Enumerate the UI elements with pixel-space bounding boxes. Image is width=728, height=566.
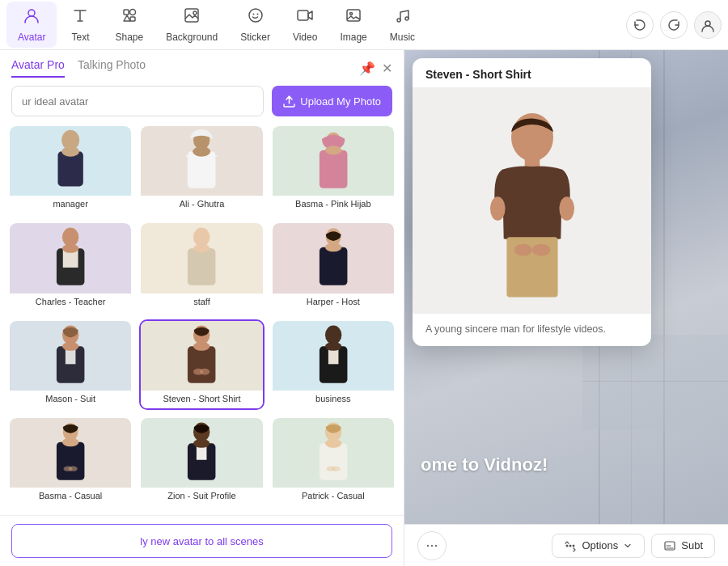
svg-rect-10 xyxy=(347,10,360,21)
avatar-detail-popup: Steven - Short Shirt xyxy=(413,58,651,346)
toolbar-item-music[interactable]: Music xyxy=(379,2,426,48)
toolbar-label-shape: Shape xyxy=(115,32,143,43)
pin-button[interactable]: 📌 xyxy=(359,61,375,76)
svg-point-42 xyxy=(193,341,210,350)
svg-point-0 xyxy=(28,10,35,16)
toolbar: Avatar Text Shape Backgrou xyxy=(0,0,728,50)
avatar-label-business: business xyxy=(273,391,394,408)
toolbar-item-shape[interactable]: Shape xyxy=(104,2,154,48)
avatar-label-staff: staff xyxy=(141,294,262,311)
close-button[interactable]: ✕ xyxy=(382,61,392,76)
upload-label: Upload My Photo xyxy=(300,95,381,108)
svg-rect-4 xyxy=(185,9,198,22)
avatar-item-basma-casual[interactable]: Basma - Casual xyxy=(8,416,133,507)
toolbar-label-avatar: Avatar xyxy=(18,32,45,43)
svg-point-60 xyxy=(325,439,341,448)
svg-point-68 xyxy=(514,244,531,256)
svg-point-2 xyxy=(129,10,135,15)
svg-point-26 xyxy=(62,228,78,247)
svg-rect-41 xyxy=(188,346,216,382)
svg-rect-34 xyxy=(320,247,348,285)
svg-point-62 xyxy=(331,466,340,471)
canvas-area: ome to Vidnoz! Steven - Short Shirt xyxy=(404,50,728,566)
svg-point-48 xyxy=(325,341,341,350)
toolbar-label-sticker: Sticker xyxy=(240,32,270,43)
svg-point-57 xyxy=(193,439,210,448)
more-options-button[interactable]: ··· xyxy=(417,531,447,560)
svg-point-30 xyxy=(193,228,210,247)
avatar-item-mason[interactable]: Mason - Suit xyxy=(8,319,133,410)
popup-title: Steven - Short Shirt xyxy=(413,58,651,87)
panel-header-actions: 📌 ✕ xyxy=(359,61,392,76)
svg-point-13 xyxy=(405,17,408,20)
svg-point-35 xyxy=(325,243,341,252)
svg-point-6 xyxy=(249,9,262,22)
avatar-item-patrick[interactable]: Patrick - Casual xyxy=(271,416,396,507)
svg-point-32 xyxy=(193,244,210,253)
avatar-item-harper[interactable]: Harper - Host xyxy=(271,222,396,312)
toolbar-item-image[interactable]: Image xyxy=(328,2,378,48)
left-panel: Avatar Pro Talking Photo 📌 ✕ Upload My P… xyxy=(0,50,404,566)
svg-point-69 xyxy=(532,244,550,256)
avatars-grid: manager Ali - Ghutra xyxy=(0,125,404,515)
avatar-label-basma-pink: Basma - Pink Hijab xyxy=(273,196,394,213)
toolbar-label-music: Music xyxy=(390,32,415,43)
search-input[interactable] xyxy=(11,86,264,116)
svg-rect-59 xyxy=(320,443,348,479)
svg-point-53 xyxy=(69,466,78,471)
avatar-item-steven[interactable]: Steven - Short Shirt xyxy=(139,319,264,410)
panel-footer: ly new avatar to all scenes xyxy=(0,515,404,566)
avatar-item-staff[interactable]: staff xyxy=(139,222,264,312)
avatar-item-basma-pink[interactable]: Basma - Pink Hijab xyxy=(271,125,396,215)
svg-point-14 xyxy=(705,21,710,26)
svg-point-45 xyxy=(325,325,341,344)
toolbar-label-image: Image xyxy=(340,32,366,43)
toolbar-item-text[interactable]: Text xyxy=(57,2,104,48)
svg-rect-1 xyxy=(124,10,129,15)
svg-rect-3 xyxy=(130,17,135,21)
avatar-item-ali-ghutra[interactable]: Ali - Ghutra xyxy=(139,125,264,215)
main-area: Avatar Pro Talking Photo 📌 ✕ Upload My P… xyxy=(0,50,728,566)
toolbar-item-video[interactable]: Video xyxy=(281,2,328,48)
tab-talking-photo[interactable]: Talking Photo xyxy=(78,58,146,78)
music-icon xyxy=(393,6,411,28)
avatar-label-zion: Zion - Suit Profile xyxy=(141,488,262,505)
upload-photo-button[interactable]: Upload My Photo xyxy=(272,86,392,116)
toolbar-item-sticker[interactable]: Sticker xyxy=(229,2,281,48)
redo-button[interactable] xyxy=(660,11,688,39)
svg-point-11 xyxy=(350,13,353,15)
svg-rect-21 xyxy=(188,151,216,188)
undo-button[interactable] xyxy=(626,11,654,39)
avatar-label-ali: Ali - Ghutra xyxy=(141,196,262,213)
apply-to-scenes-button[interactable]: ly new avatar to all scenes xyxy=(11,524,392,558)
svg-point-5 xyxy=(193,11,197,15)
popup-description: A young sincere man for lifestyle videos… xyxy=(413,314,651,346)
toolbar-item-background[interactable]: Background xyxy=(154,2,229,48)
panel-header: Avatar Pro Talking Photo 📌 ✕ xyxy=(0,50,404,78)
toolbar-label-text: Text xyxy=(71,32,89,43)
toolbar-label-background: Background xyxy=(166,32,218,43)
avatar-label-steven: Steven - Short Shirt xyxy=(141,391,262,408)
avatar-label-basma-casual: Basma - Casual xyxy=(10,488,131,505)
image-icon xyxy=(345,6,362,28)
avatar-item-charles[interactable]: Charles - Teacher xyxy=(8,222,133,312)
avatar-label-mason: Mason - Suit xyxy=(10,391,131,408)
shape-icon xyxy=(121,6,138,28)
svg-point-29 xyxy=(62,244,78,253)
svg-point-12 xyxy=(397,19,400,22)
svg-point-25 xyxy=(325,146,341,154)
panel-tabs: Avatar Pro Talking Photo xyxy=(11,58,146,78)
svg-rect-24 xyxy=(320,150,348,188)
avatar-item-zion[interactable]: Zion - Suit Profile xyxy=(139,416,264,507)
avatar-label-charles: Charles - Teacher xyxy=(10,294,131,311)
canvas-bottom-bar: ··· Options xyxy=(404,524,728,566)
svg-point-72 xyxy=(573,544,575,547)
account-button[interactable] xyxy=(694,11,722,39)
tab-avatar-pro[interactable]: Avatar Pro xyxy=(11,58,65,78)
subtitles-button[interactable]: Subt xyxy=(651,534,715,558)
avatar-item-manager[interactable]: manager xyxy=(8,125,133,215)
svg-point-66 xyxy=(559,196,574,221)
avatar-item-business[interactable]: business xyxy=(271,319,396,410)
toolbar-item-avatar[interactable]: Avatar xyxy=(6,2,57,48)
options-button[interactable]: Options xyxy=(552,534,645,558)
